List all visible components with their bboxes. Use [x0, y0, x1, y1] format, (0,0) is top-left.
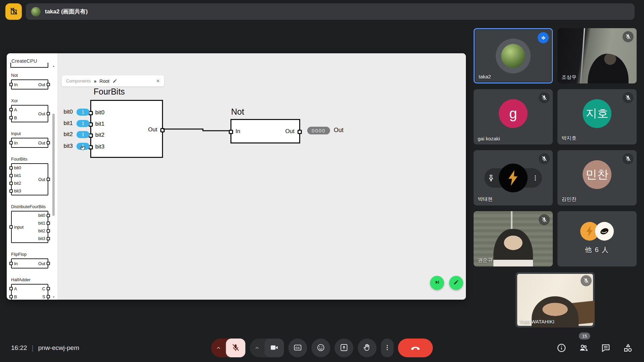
camera-options-chevron-icon[interactable] [250, 345, 265, 351]
palette-component-flipflop[interactable]: FlipFlopInOut [11, 252, 52, 268]
port-out[interactable] [160, 128, 165, 132]
microphone-group [211, 339, 246, 357]
presenter-avatar [31, 7, 41, 16]
reactions-button[interactable] [312, 339, 330, 357]
close-icon[interactable]: × [156, 78, 160, 84]
scrollbar-thumb[interactable] [52, 114, 55, 216]
port-label: In [235, 128, 240, 135]
palette-component-name: Input [11, 131, 52, 136]
fourbits-block-title: FourBits [94, 87, 125, 97]
port-out[interactable] [298, 130, 302, 134]
participant-tile-kwon-sungyu[interactable]: 권순규 [474, 211, 553, 266]
edit-mode-button[interactable] [449, 276, 463, 290]
port-in-pin [9, 141, 13, 144]
participants-button[interactable]: 15 [579, 343, 589, 353]
not-block[interactable]: In Out [230, 119, 300, 143]
scroll-down-icon[interactable]: ▼ [52, 296, 55, 299]
port-a-pin [9, 287, 13, 290]
camera-icon [270, 343, 279, 353]
bit-value-toggle-bit2[interactable]: 1 [76, 131, 90, 138]
port-label: bit0 [38, 213, 45, 218]
share-title-bar: taka2 (画面共有) [26, 3, 635, 20]
participant-name: Yuto WATAHIKI [520, 319, 554, 324]
participant-tile-park-taehyun[interactable]: 박태현 [474, 150, 553, 205]
meeting-details-button[interactable] [556, 343, 567, 353]
participant-name: taka2 [479, 74, 491, 79]
palette-component-name: FourBits [11, 157, 52, 162]
component-sidebar: CreateCPU NotInOutXorABOutInputInOutFour… [7, 53, 57, 300]
port-label: bit1 [14, 173, 21, 178]
palette-component-fourbits[interactable]: FourBitsbit0bit1bit2bit3Out [11, 157, 52, 195]
fourbits-block[interactable]: bit0 bit1 bit2 bit3 Out [90, 100, 163, 158]
breadcrumb-current[interactable]: Root [100, 78, 110, 84]
palette-component-name: Not [11, 73, 52, 78]
palette-component-not[interactable]: NotInOut [11, 73, 52, 89]
mic-muted-icon [623, 92, 634, 103]
port-label: In [14, 82, 18, 87]
fourbits-input-row-bit0: bit01 [60, 108, 90, 116]
participant-tile-taka2[interactable]: taka2 [474, 28, 553, 83]
raise-hand-button[interactable] [358, 339, 377, 357]
end-call-button[interactable] [398, 339, 433, 357]
port-label: Out [38, 177, 45, 182]
palette-component-box: InOut [11, 79, 48, 89]
scroll-up-icon[interactable]: ▲ [52, 65, 55, 68]
avatar [595, 222, 614, 241]
port-out-pin [47, 141, 50, 144]
palette-component-name: HalfAdder [11, 277, 52, 282]
captions-icon: CC [293, 343, 302, 353]
port-out-pin [47, 112, 50, 115]
palette-component-distributefourbits[interactable]: DistributeFourBitsinputbit0bit1bit2bit3 [11, 204, 52, 243]
chat-button[interactable] [601, 343, 611, 353]
sidebar-scrollbar[interactable]: ▲ ▼ [52, 65, 55, 299]
camera-button[interactable] [265, 339, 284, 357]
participant-tile-overflow[interactable]: 他 6 人 [557, 211, 637, 266]
participant-tile-yuto-watahiki[interactable]: Yuto WATAHIKI [516, 272, 595, 327]
palette-component-halfadder[interactable]: HalfAdderABCS [11, 277, 52, 300]
bit-value-toggle-bit1[interactable]: 1 [76, 120, 90, 127]
port-label: bit1 [38, 221, 45, 226]
port-in[interactable] [229, 130, 233, 134]
port-bit2-pin [47, 229, 50, 233]
breadcrumb-section[interactable]: Components [66, 78, 91, 83]
activities-button[interactable] [623, 343, 633, 353]
bit-value-toggle-bit0[interactable]: 1 [76, 109, 90, 116]
mouse-cursor-icon [79, 144, 86, 152]
palette-component-box: InOut [11, 138, 48, 148]
participant-name: 김민찬 [561, 196, 577, 202]
avatar-initial: g [499, 99, 528, 128]
port-label: input [14, 225, 23, 230]
palette-component-name: Xor [11, 98, 52, 103]
present-screen-button[interactable] [335, 339, 354, 357]
tile-more-options-icon[interactable] [531, 174, 539, 182]
participant-count-badge: 15 [579, 333, 590, 340]
avatar-initial: 민찬 [583, 160, 611, 189]
port-bit1-pin [9, 174, 13, 177]
port-label: bit3 [38, 236, 45, 241]
participant-tile-kim-minchan[interactable]: 민찬김민찬 [557, 150, 637, 205]
participant-tile-gai-kozaki[interactable]: ggai kozaki [474, 89, 553, 144]
mic-options-chevron-icon[interactable] [211, 345, 226, 351]
port-label: C [42, 286, 45, 291]
port-label: A [14, 107, 17, 112]
participant-tile-jo-sangwoo[interactable]: 조상우 [557, 28, 637, 83]
palette-component-xor[interactable]: XorABOut [11, 98, 52, 122]
edit-pencil-icon[interactable] [112, 78, 117, 83]
port-label: bit2 [95, 132, 104, 138]
more-options-button[interactable] [381, 339, 394, 357]
output-value-pill: 0000 [307, 127, 330, 134]
captions-button[interactable]: CC [288, 339, 307, 357]
port-label: Out [285, 128, 294, 135]
mic-muted-button[interactable] [226, 339, 246, 357]
palette-component-box: bit0bit1bit2bit3Out [11, 163, 48, 195]
participant-tile-park-jiho[interactable]: 지호박지호 [557, 89, 637, 144]
pin-icon[interactable] [487, 174, 495, 182]
more-vertical-icon [383, 344, 391, 353]
palette-component-input[interactable]: InputInOut [11, 131, 52, 148]
circuit-canvas[interactable]: Components » Root × FourBits bit0 bit1 [57, 53, 466, 300]
avatar [499, 164, 528, 192]
avatar-ring [496, 39, 531, 73]
info-icon [556, 348, 567, 354]
presentation-mode-button[interactable] [5, 3, 22, 20]
step-button[interactable] [430, 276, 444, 290]
